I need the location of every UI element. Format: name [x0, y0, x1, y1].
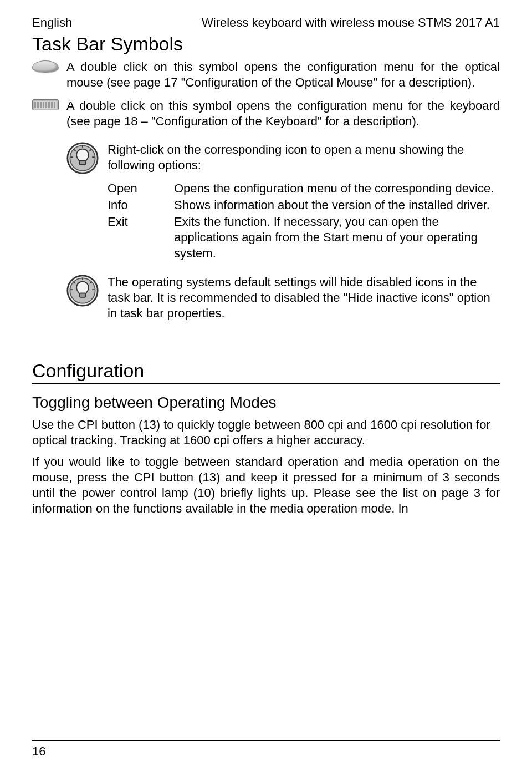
option-open: Open Opens the configuration menu of the… [108, 181, 500, 197]
lightbulb-tip-icon [66, 275, 108, 309]
page-number: 16 [32, 744, 45, 758]
tip-intro-text: Right-click on the corresponding icon to… [108, 142, 500, 173]
option-open-desc: Opens the configuration menu of the corr… [174, 181, 500, 197]
tip-block-hide-icons: The operating systems default settings w… [66, 275, 500, 321]
context-menu-options: Open Opens the configuration menu of the… [108, 181, 500, 262]
subsection-title-toggling: Toggling between Operating Modes [32, 394, 500, 412]
config-paragraph-2: If you would like to toggle between stan… [32, 454, 500, 517]
option-exit-desc: Exits the function. If necessary, you ca… [174, 214, 500, 262]
option-open-term: Open [108, 181, 174, 197]
page-header: English Wireless keyboard with wireless … [32, 16, 500, 30]
option-exit: Exit Exits the function. If necessary, y… [108, 214, 500, 262]
section-title-taskbar: Task Bar Symbols [32, 33, 500, 55]
taskbar-item-keyboard: A double click on this symbol opens the … [32, 98, 500, 129]
option-info: Info Shows information about the version… [108, 197, 500, 214]
keyboard-icon [32, 98, 66, 110]
option-info-term: Info [108, 197, 174, 214]
svg-rect-2 [80, 160, 86, 164]
mouse-icon [32, 59, 66, 73]
svg-rect-10 [80, 293, 86, 297]
tip-hide-icons-text: The operating systems default settings w… [108, 275, 500, 321]
section-title-configuration: Configuration [32, 360, 500, 384]
lightbulb-tip-icon [66, 142, 108, 176]
tip-context-menu-content: Right-click on the corresponding icon to… [108, 142, 500, 262]
taskbar-item-mouse: A double click on this symbol opens the … [32, 59, 500, 90]
config-paragraph-1: Use the CPI button (13) to quickly toggl… [32, 417, 500, 448]
document-page: English Wireless keyboard with wireless … [0, 0, 532, 771]
tip-block-context-menu: Right-click on the corresponding icon to… [66, 142, 500, 262]
page-footer: 16 [32, 740, 500, 759]
option-exit-term: Exit [108, 214, 174, 262]
option-info-desc: Shows information about the version of t… [174, 197, 500, 214]
header-product: Wireless keyboard with wireless mouse ST… [202, 16, 500, 30]
header-language: English [32, 16, 72, 30]
taskbar-mouse-text: A double click on this symbol opens the … [66, 59, 500, 90]
taskbar-keyboard-text: A double click on this symbol opens the … [66, 98, 500, 129]
